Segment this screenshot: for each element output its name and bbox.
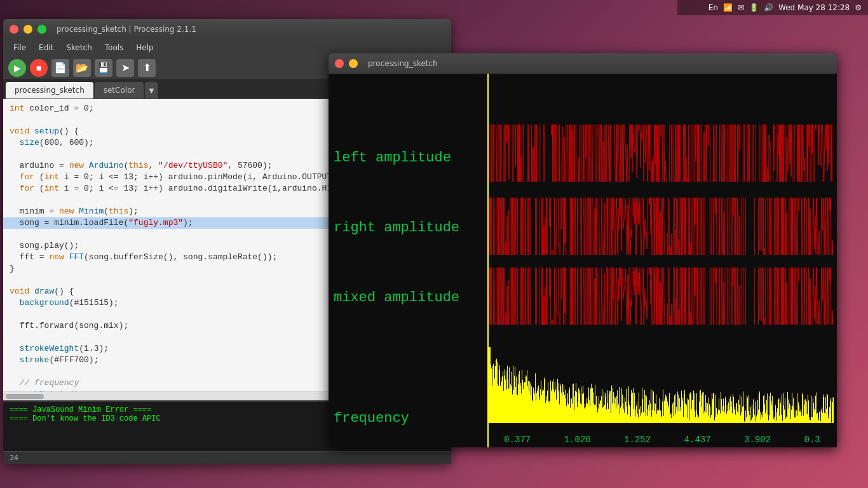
ide-close-button[interactable]	[10, 25, 18, 34]
frequency-spectrum	[487, 347, 834, 423]
ide-title: processing_sketch | Processing 2.1.1	[57, 25, 196, 34]
freq-axis: 0.377 1.026 1.252 4.437 3.902 0.3	[487, 433, 837, 446]
mixed-amplitude-label: mixed amplitude	[334, 290, 459, 306]
ide-minimize-button[interactable]	[24, 25, 32, 34]
left-amplitude-waveform	[487, 125, 834, 182]
ide-maximize-button[interactable]	[37, 25, 46, 34]
line-number: 34	[10, 454, 18, 462]
export-button[interactable]: ➤	[116, 59, 134, 77]
status-bar: 34	[3, 451, 451, 464]
new-button[interactable]: 📄	[51, 59, 69, 77]
datetime: Wed May 28 12:28	[778, 3, 850, 12]
left-amplitude-label: left amplitude	[334, 150, 451, 166]
menu-help[interactable]: Help	[131, 42, 158, 53]
scroll-thumb[interactable]	[6, 394, 44, 399]
tab-dropdown[interactable]: ▼	[145, 82, 158, 98]
stop-button[interactable]: ■	[30, 59, 48, 77]
viz-close-button[interactable]	[335, 59, 344, 68]
right-amplitude-waveform	[487, 198, 834, 255]
menu-tools[interactable]: Tools	[100, 42, 129, 53]
freq-val-1: 0.377	[504, 435, 531, 445]
freq-val-6: 0.3	[804, 435, 820, 445]
open-button[interactable]: 📂	[73, 59, 91, 77]
run-button[interactable]: ▶	[8, 59, 26, 77]
system-bar: En 📶 ✉ 🔋 🔊 Wed May 28 12:28 ⚙	[677, 0, 868, 15]
email-icon: ✉	[738, 3, 744, 12]
save-button[interactable]: 💾	[95, 59, 112, 77]
settings-icon[interactable]: ⚙	[855, 3, 862, 12]
viz-window: processing_sketch left amplitude right a…	[329, 53, 837, 447]
menu-file[interactable]: File	[8, 42, 31, 53]
battery-icon: 🔋	[749, 3, 759, 12]
viz-titlebar: processing_sketch	[329, 53, 837, 74]
right-amplitude-label: right amplitude	[334, 220, 459, 236]
tab-processing-sketch[interactable]: processing_sketch	[6, 82, 93, 98]
yellow-line	[487, 74, 489, 447]
mixed-amplitude-waveform	[487, 268, 834, 325]
viz-content: left amplitude right amplitude mixed amp…	[329, 74, 837, 447]
freq-val-5: 3.902	[744, 435, 771, 445]
freq-val-3: 1.252	[624, 435, 651, 445]
viz-title: processing_sketch	[368, 59, 438, 68]
freq-val-2: 1.026	[564, 435, 591, 445]
freq-val-4: 4.437	[684, 435, 711, 445]
upload-button[interactable]: ⬆	[138, 59, 156, 77]
locale-indicator: En	[709, 3, 718, 12]
volume-icon: 🔊	[764, 3, 773, 12]
ide-titlebar: processing_sketch | Processing 2.1.1	[3, 19, 451, 39]
viz-minimize-button[interactable]	[349, 59, 358, 68]
frequency-label: frequency	[334, 410, 409, 426]
tab-setcolor[interactable]: setColor	[95, 82, 144, 98]
wifi-icon: 📶	[723, 3, 733, 12]
menu-sketch[interactable]: Sketch	[61, 42, 97, 53]
menu-edit[interactable]: Edit	[34, 42, 58, 53]
